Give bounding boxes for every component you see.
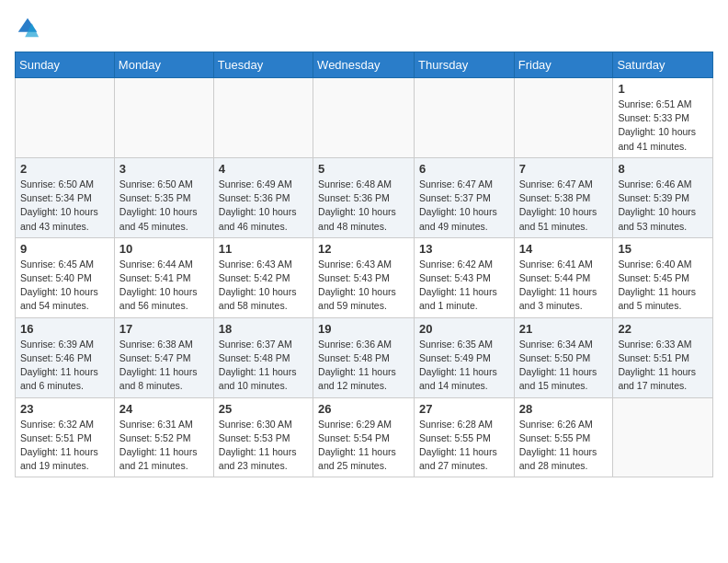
calendar-week-4: 16Sunrise: 6:39 AM Sunset: 5:46 PM Dayli… [16,317,713,397]
day-number: 1 [618,82,708,96]
day-info: Sunrise: 6:32 AM Sunset: 5:51 PM Dayligh… [20,418,109,474]
weekday-header-wednesday: Wednesday [313,52,415,78]
day-info: Sunrise: 6:44 AM Sunset: 5:41 PM Dayligh… [119,258,209,314]
calendar-day [415,78,515,158]
day-number: 28 [519,402,609,416]
calendar-header-row: SundayMondayTuesdayWednesdayThursdayFrid… [16,52,713,78]
calendar-day: 7Sunrise: 6:47 AM Sunset: 5:38 PM Daylig… [514,157,613,237]
logo-icon [15,15,40,40]
day-info: Sunrise: 6:28 AM Sunset: 5:55 PM Dayligh… [419,418,509,474]
day-info: Sunrise: 6:43 AM Sunset: 5:42 PM Dayligh… [219,258,308,314]
calendar-day: 27Sunrise: 6:28 AM Sunset: 5:55 PM Dayli… [415,397,515,477]
day-number: 12 [318,242,409,256]
page-header [15,15,713,40]
calendar-day [514,78,613,158]
day-number: 23 [20,402,109,416]
calendar-day: 2Sunrise: 6:50 AM Sunset: 5:34 PM Daylig… [16,157,115,237]
calendar-day: 9Sunrise: 6:45 AM Sunset: 5:40 PM Daylig… [16,237,115,317]
calendar-week-5: 23Sunrise: 6:32 AM Sunset: 5:51 PM Dayli… [16,397,713,477]
calendar-day: 17Sunrise: 6:38 AM Sunset: 5:47 PM Dayli… [114,317,213,397]
calendar-day: 20Sunrise: 6:35 AM Sunset: 5:49 PM Dayli… [415,317,515,397]
weekday-header-tuesday: Tuesday [213,52,313,78]
calendar-day: 25Sunrise: 6:30 AM Sunset: 5:53 PM Dayli… [213,397,313,477]
day-info: Sunrise: 6:41 AM Sunset: 5:44 PM Dayligh… [519,258,609,314]
day-number: 15 [618,242,708,256]
calendar-week-2: 2Sunrise: 6:50 AM Sunset: 5:34 PM Daylig… [16,157,713,237]
calendar-day: 13Sunrise: 6:42 AM Sunset: 5:43 PM Dayli… [415,237,515,317]
day-info: Sunrise: 6:46 AM Sunset: 5:39 PM Dayligh… [618,178,708,234]
day-info: Sunrise: 6:31 AM Sunset: 5:52 PM Dayligh… [119,418,209,474]
day-info: Sunrise: 6:37 AM Sunset: 5:48 PM Dayligh… [219,338,308,394]
calendar-day: 15Sunrise: 6:40 AM Sunset: 5:45 PM Dayli… [613,237,713,317]
calendar-day: 4Sunrise: 6:49 AM Sunset: 5:36 PM Daylig… [213,157,313,237]
calendar-table: SundayMondayTuesdayWednesdayThursdayFrid… [15,52,713,477]
calendar-day: 26Sunrise: 6:29 AM Sunset: 5:54 PM Dayli… [313,397,415,477]
day-number: 4 [219,162,308,176]
day-number: 9 [20,242,109,256]
weekday-header-saturday: Saturday [613,52,713,78]
calendar-day: 19Sunrise: 6:36 AM Sunset: 5:48 PM Dayli… [313,317,415,397]
calendar-day: 23Sunrise: 6:32 AM Sunset: 5:51 PM Dayli… [16,397,115,477]
day-info: Sunrise: 6:45 AM Sunset: 5:40 PM Dayligh… [20,258,109,314]
day-number: 18 [219,322,308,336]
calendar-day [613,397,713,477]
calendar-day [114,78,213,158]
day-info: Sunrise: 6:40 AM Sunset: 5:45 PM Dayligh… [618,258,708,314]
day-info: Sunrise: 6:30 AM Sunset: 5:53 PM Dayligh… [219,418,308,474]
calendar-day [313,78,415,158]
calendar-day: 14Sunrise: 6:41 AM Sunset: 5:44 PM Dayli… [514,237,613,317]
day-info: Sunrise: 6:29 AM Sunset: 5:54 PM Dayligh… [318,418,409,474]
calendar-day: 8Sunrise: 6:46 AM Sunset: 5:39 PM Daylig… [613,157,713,237]
weekday-header-monday: Monday [114,52,213,78]
day-number: 17 [119,322,209,336]
day-info: Sunrise: 6:42 AM Sunset: 5:43 PM Dayligh… [419,258,509,314]
calendar-day [16,78,115,158]
day-number: 25 [219,402,308,416]
day-number: 21 [519,322,609,336]
calendar-day: 22Sunrise: 6:33 AM Sunset: 5:51 PM Dayli… [613,317,713,397]
day-number: 14 [519,242,609,256]
day-number: 8 [618,162,708,176]
day-number: 10 [119,242,209,256]
calendar-day: 24Sunrise: 6:31 AM Sunset: 5:52 PM Dayli… [114,397,213,477]
logo [15,15,44,40]
day-number: 16 [20,322,109,336]
day-number: 11 [219,242,308,256]
calendar-day [213,78,313,158]
day-info: Sunrise: 6:47 AM Sunset: 5:38 PM Dayligh… [519,178,609,234]
day-number: 7 [519,162,609,176]
weekday-header-thursday: Thursday [415,52,515,78]
calendar-day: 16Sunrise: 6:39 AM Sunset: 5:46 PM Dayli… [16,317,115,397]
day-number: 20 [419,322,509,336]
day-info: Sunrise: 6:47 AM Sunset: 5:37 PM Dayligh… [419,178,509,234]
day-info: Sunrise: 6:50 AM Sunset: 5:34 PM Dayligh… [20,178,109,234]
calendar-week-3: 9Sunrise: 6:45 AM Sunset: 5:40 PM Daylig… [16,237,713,317]
day-number: 13 [419,242,509,256]
day-info: Sunrise: 6:34 AM Sunset: 5:50 PM Dayligh… [519,338,609,394]
calendar-day: 1Sunrise: 6:51 AM Sunset: 5:33 PM Daylig… [613,78,713,158]
day-info: Sunrise: 6:50 AM Sunset: 5:35 PM Dayligh… [119,178,209,234]
calendar-week-1: 1Sunrise: 6:51 AM Sunset: 5:33 PM Daylig… [16,78,713,158]
day-number: 19 [318,322,409,336]
day-number: 24 [119,402,209,416]
day-info: Sunrise: 6:49 AM Sunset: 5:36 PM Dayligh… [219,178,308,234]
day-info: Sunrise: 6:51 AM Sunset: 5:33 PM Dayligh… [618,98,708,154]
calendar-day: 21Sunrise: 6:34 AM Sunset: 5:50 PM Dayli… [514,317,613,397]
day-number: 26 [318,402,409,416]
day-info: Sunrise: 6:35 AM Sunset: 5:49 PM Dayligh… [419,338,509,394]
calendar-day: 3Sunrise: 6:50 AM Sunset: 5:35 PM Daylig… [114,157,213,237]
calendar-day: 6Sunrise: 6:47 AM Sunset: 5:37 PM Daylig… [415,157,515,237]
calendar-day: 10Sunrise: 6:44 AM Sunset: 5:41 PM Dayli… [114,237,213,317]
day-info: Sunrise: 6:43 AM Sunset: 5:43 PM Dayligh… [318,258,409,314]
day-number: 5 [318,162,409,176]
day-number: 3 [119,162,209,176]
day-info: Sunrise: 6:33 AM Sunset: 5:51 PM Dayligh… [618,338,708,394]
calendar-day: 11Sunrise: 6:43 AM Sunset: 5:42 PM Dayli… [213,237,313,317]
day-info: Sunrise: 6:39 AM Sunset: 5:46 PM Dayligh… [20,338,109,394]
calendar-day: 5Sunrise: 6:48 AM Sunset: 5:36 PM Daylig… [313,157,415,237]
calendar-day: 28Sunrise: 6:26 AM Sunset: 5:55 PM Dayli… [514,397,613,477]
weekday-header-sunday: Sunday [16,52,115,78]
day-info: Sunrise: 6:26 AM Sunset: 5:55 PM Dayligh… [519,418,609,474]
day-info: Sunrise: 6:48 AM Sunset: 5:36 PM Dayligh… [318,178,409,234]
day-number: 2 [20,162,109,176]
